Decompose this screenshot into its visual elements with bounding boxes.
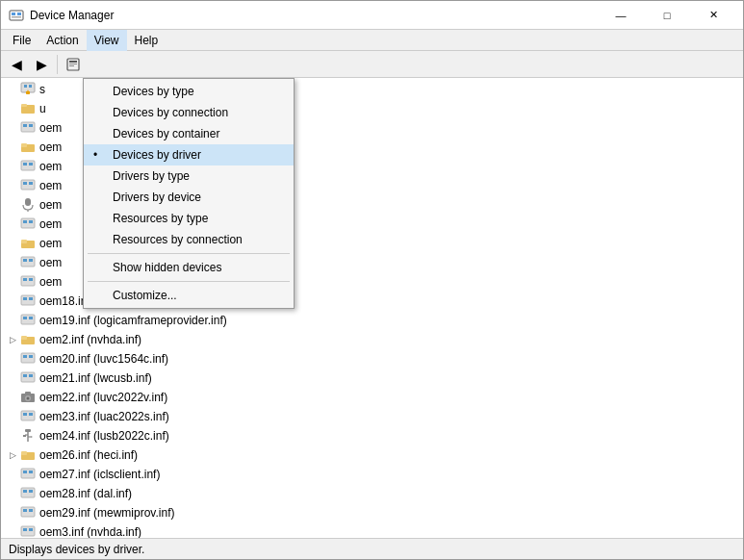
device-icon-oem19 <box>20 313 36 328</box>
expand-btn <box>5 293 20 309</box>
tree-item-oem28[interactable]: oem28.inf (dal.inf) <box>3 484 741 503</box>
menu-resources-by-connection[interactable]: Resources by connection <box>84 229 294 250</box>
tree-item-oem2-label: oem2.inf (nvhda.inf) <box>39 333 141 346</box>
tree-item-oem26[interactable]: ▷ oem26.inf (heci.inf) <box>3 445 741 465</box>
menu-devices-by-container[interactable]: Devices by container <box>84 123 294 144</box>
view-dropdown-menu: Devices by type Devices by connection De… <box>83 78 295 309</box>
device-icon-6 <box>20 274 36 290</box>
device-icon-oem20 <box>20 351 36 367</box>
menu-file[interactable]: File <box>5 30 38 51</box>
svg-rect-2 <box>17 13 21 15</box>
svg-rect-34 <box>23 259 27 262</box>
svg-rect-9 <box>24 85 27 88</box>
menu-devices-by-driver[interactable]: • Devices by driver <box>84 144 294 165</box>
svg-rect-40 <box>23 297 27 300</box>
tree-item-oem26-label: oem26.inf (heci.inf) <box>39 448 138 462</box>
expand-btn-oem2[interactable]: ▷ <box>5 332 20 347</box>
tree-item-oem-mic-label: oem <box>39 198 62 212</box>
tree-item-oem23[interactable]: oem23.inf (luac2022s.inf) <box>3 407 741 426</box>
expand-btn <box>5 505 20 521</box>
window-controls: — □ ✕ <box>599 1 735 30</box>
tree-item-oem22-label: oem22.inf (luvc2022v.inf) <box>39 391 167 404</box>
menu-drivers-by-type[interactable]: Drivers by type <box>84 165 294 187</box>
svg-rect-22 <box>29 163 33 165</box>
tree-item-oem19[interactable]: oem19.inf (logicamframeprovider.inf) <box>3 311 741 330</box>
title-bar: Device Manager — □ ✕ <box>1 1 743 30</box>
tree-item-oem3[interactable]: oem3.inf (nvhda.inf) <box>3 522 741 538</box>
menu-view[interactable]: View <box>87 30 127 51</box>
svg-rect-78 <box>23 528 27 531</box>
tree-item-oem-5-label: oem <box>39 217 62 231</box>
device-icon <box>20 120 36 136</box>
menu-show-hidden-devices[interactable]: Show hidden devices <box>84 257 294 278</box>
device-icon-oem27 <box>20 467 36 482</box>
menu-drivers-by-device[interactable]: Drivers by device <box>84 187 294 208</box>
tree-item-oem2[interactable]: ▷ oem2.inf (nvhda.inf) <box>3 330 741 349</box>
minimize-button[interactable]: — <box>599 1 643 30</box>
menu-action[interactable]: Action <box>38 30 86 51</box>
device-icon-2 <box>20 159 36 174</box>
expand-btn <box>5 236 20 251</box>
expand-btn <box>5 351 20 367</box>
tree-item-oem-6-label: oem <box>39 256 62 269</box>
svg-marker-65 <box>31 436 33 438</box>
tree-item-oem20-label: oem20.inf (luvc1564c.inf) <box>39 352 168 366</box>
app-icon <box>9 8 24 23</box>
tree-item-oem24[interactable]: oem24.inf (lusb2022c.inf) <box>3 426 741 445</box>
tree-item-oem27[interactable]: oem27.inf (iclsclient.inf) <box>3 465 741 484</box>
tree-item-oem-folder2-label: oem <box>39 237 62 250</box>
svg-rect-75 <box>23 509 27 512</box>
menu-resources-by-type[interactable]: Resources by type <box>84 208 294 229</box>
menu-devices-by-connection[interactable]: Devices by connection <box>84 102 294 123</box>
menu-devices-by-type[interactable]: Devices by type <box>84 81 294 102</box>
menu-separator-2 <box>88 281 290 282</box>
close-button[interactable]: ✕ <box>691 1 735 30</box>
expand-btn[interactable] <box>5 101 20 116</box>
forward-button[interactable]: ▶ <box>30 53 53 76</box>
tree-item-oem27-label: oem27.inf (iclsclient.inf) <box>39 468 160 481</box>
maximize-button[interactable]: □ <box>645 1 689 30</box>
svg-rect-59 <box>29 413 33 416</box>
tree-item-oem29[interactable]: oem29.inf (mewmiprov.inf) <box>3 503 741 522</box>
tree-item-oem23-label: oem23.inf (luac2022s.inf) <box>39 410 169 423</box>
svg-rect-37 <box>23 278 27 281</box>
usb-icon <box>20 428 36 444</box>
svg-rect-44 <box>29 317 33 319</box>
checkmark-icon: • <box>93 148 97 162</box>
tree-item-oem-7-label: oem <box>39 275 62 289</box>
svg-rect-43 <box>23 317 27 319</box>
menu-customize[interactable]: Customize... <box>84 285 294 306</box>
svg-rect-3 <box>12 16 21 18</box>
toolbar: ◀ ▶ <box>1 51 743 78</box>
toolbar-separator <box>57 55 58 74</box>
expand-btn <box>5 140 20 155</box>
tree-item-s-label: s <box>39 83 45 96</box>
svg-rect-26 <box>25 198 31 206</box>
menu-help[interactable]: Help <box>127 30 167 51</box>
tree-item-oem22[interactable]: oem22.inf (luvc2022v.inf) <box>3 388 741 407</box>
device-icon-oem18 <box>20 293 36 309</box>
tree-item-oem19-label: oem19.inf (logicamframeprovider.inf) <box>39 314 227 327</box>
folder-icon <box>20 140 36 155</box>
tree-item-oem29-label: oem29.inf (mewmiprov.inf) <box>39 506 174 520</box>
expand-btn-oem26[interactable]: ▷ <box>5 447 20 463</box>
svg-rect-56 <box>25 392 31 395</box>
svg-rect-72 <box>23 490 27 493</box>
expand-btn <box>5 428 20 444</box>
tree-item-oem20[interactable]: oem20.inf (luvc1564c.inf) <box>3 349 741 369</box>
svg-rect-49 <box>29 355 33 358</box>
expand-btn <box>5 255 20 270</box>
expand-btn[interactable] <box>5 82 20 97</box>
tree-item-oem21[interactable]: oem21.inf (lwcusb.inf) <box>3 369 741 388</box>
back-button[interactable]: ◀ <box>5 53 28 76</box>
svg-rect-5 <box>69 61 77 63</box>
svg-rect-52 <box>29 374 33 377</box>
svg-rect-58 <box>23 413 27 416</box>
properties-button[interactable] <box>62 53 85 76</box>
folder-icon-oem2 <box>20 332 36 347</box>
svg-rect-63 <box>23 435 26 437</box>
device-icon-5 <box>20 255 36 270</box>
device-icon-oem29 <box>20 505 36 521</box>
content-area: s u oem <box>1 78 743 538</box>
svg-rect-38 <box>29 278 33 281</box>
